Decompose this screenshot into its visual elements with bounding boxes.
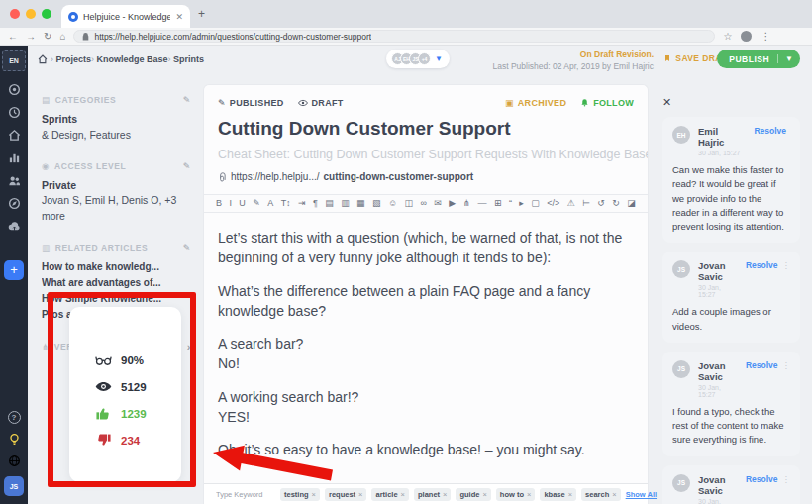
select-button[interactable]: ▸ [519, 199, 524, 208]
clear-format-button[interactable]: ◪ [627, 199, 636, 208]
structure-button[interactable]: ⋔ [463, 199, 471, 208]
ordered-list-button[interactable]: ▦ [356, 199, 365, 208]
article-paragraph[interactable]: What’s the difference between a plain FA… [218, 281, 632, 322]
text-color-button[interactable]: A [267, 199, 273, 208]
indent-button[interactable]: ⇥ [298, 199, 306, 208]
article-title[interactable]: Cutting Down Customer Support [204, 108, 648, 140]
archived-button[interactable]: ▣ ARCHIVED [505, 98, 566, 108]
follow-button[interactable]: FOLLOW [580, 98, 634, 108]
edit-access-icon[interactable]: ✎ [183, 161, 191, 171]
category-primary[interactable]: Sprints [42, 112, 191, 128]
warning-button[interactable]: ⚠ [567, 199, 575, 208]
link-button[interactable]: ∞ [420, 199, 426, 208]
article-permalink[interactable]: https://help.helpju.../cutting-down-cust… [204, 161, 648, 194]
forward-icon[interactable]: → [26, 32, 36, 42]
draft-toggle[interactable]: DRAFT [298, 98, 344, 108]
publish-button[interactable]: PUBLISH ▼ [717, 50, 800, 68]
italic-button[interactable]: I [229, 199, 232, 208]
close-tab-icon[interactable]: ✕ [175, 12, 183, 22]
cloud-upload-icon[interactable] [8, 220, 21, 233]
browser-profile-avatar[interactable] [741, 31, 752, 42]
emoji-button[interactable]: ☺ [388, 199, 397, 208]
user-avatar-badge[interactable]: JS [4, 476, 24, 496]
close-window-button[interactable] [10, 9, 20, 19]
published-toggle[interactable]: ✎ PUBLISHED [218, 98, 284, 108]
record-icon[interactable] [8, 83, 21, 96]
help-icon[interactable]: ? [8, 411, 21, 424]
remove-tag-icon[interactable]: × [482, 490, 486, 499]
users-icon[interactable] [8, 174, 21, 187]
tag-chip[interactable]: request× [325, 488, 366, 501]
lightbulb-icon[interactable] [8, 433, 21, 446]
resolve-link[interactable]: Resolve [746, 360, 778, 370]
edit-related-icon[interactable]: ✎ [183, 243, 191, 252]
remove-tag-icon[interactable]: × [312, 490, 316, 499]
align-left-button[interactable]: ▤ [325, 199, 334, 208]
related-article-link[interactable]: What are advantages of... [42, 275, 191, 291]
bullet-list-button[interactable]: ▧ [372, 199, 381, 208]
comment-menu-icon[interactable]: ⋮ [782, 260, 791, 270]
article-body[interactable]: Let’s start this with a question (which,… [204, 213, 648, 460]
tag-chip[interactable]: how to× [496, 488, 536, 501]
attachment-button[interactable]: ✉ [434, 199, 442, 208]
folder-button[interactable]: ▢ [531, 199, 540, 208]
redo-button[interactable]: ↻ [612, 199, 620, 208]
remove-tag-icon[interactable]: × [401, 490, 405, 499]
edit-categories-icon[interactable]: ✎ [183, 95, 191, 105]
article-paragraph[interactable]: A working search bar!? YES! [218, 387, 632, 428]
collaborator-avatar[interactable]: +4 [418, 52, 431, 65]
access-level-users[interactable]: Jovan S, Emil H, Denis O, +3 more [42, 193, 191, 225]
maximize-window-button[interactable] [42, 9, 51, 19]
collaborators-pill[interactable]: AJEHJS+4 ▼ [386, 50, 450, 68]
article-subtitle[interactable]: Cheat Sheet: Cutting Down Customer Suppo… [204, 140, 648, 161]
breadcrumb-item[interactable]: › Projects [51, 54, 91, 64]
align-justify-button[interactable]: ▥ [341, 199, 350, 208]
hr-button[interactable]: — [478, 199, 487, 208]
browser-menu-icon[interactable]: ⋮ [761, 31, 770, 42]
publish-dropdown-icon[interactable]: ▼ [777, 54, 800, 63]
category-secondary[interactable]: & Design, Features [42, 128, 191, 144]
access-level-value[interactable]: Private [42, 178, 191, 194]
underline-button[interactable]: U [239, 199, 246, 208]
paragraph-button[interactable]: ¶ [313, 199, 318, 208]
remove-tag-icon[interactable]: × [358, 490, 362, 499]
code-button[interactable]: </> [547, 199, 559, 208]
resolve-link[interactable]: Resolve [746, 474, 778, 484]
remove-tag-icon[interactable]: × [527, 490, 531, 499]
comment-card[interactable]: JS Jovan Savic 30 Jan, 15:27 Resolve ⋮ A… [662, 252, 800, 343]
refresh-icon[interactable]: ↻ [44, 32, 51, 42]
breadcrumb-item[interactable]: › Sprints [168, 54, 205, 64]
article-paragraph[interactable]: Let’s start this with a question (which,… [218, 228, 632, 268]
globe-icon[interactable] [8, 454, 21, 467]
article-paragraph[interactable]: A search bar? No! [218, 334, 632, 374]
undo-button[interactable]: ↺ [597, 199, 605, 208]
video-button[interactable]: ▶ [449, 199, 456, 208]
comment-menu-icon[interactable]: ⋮ [782, 474, 791, 484]
bookmark-star-icon[interactable]: ☆ [723, 31, 732, 42]
quote-button[interactable]: “ [509, 199, 512, 208]
article-paragraph[interactable]: Oh, it’s so easy to have a knowledge bas… [218, 440, 632, 459]
new-tab-button[interactable]: + [198, 7, 205, 21]
comment-card[interactable]: JS Jovan Savic 30 Jan, 15:27 Resolve ⋮ B… [662, 465, 800, 504]
resolve-link[interactable]: Resolve [754, 126, 786, 136]
create-new-button[interactable]: + [4, 260, 24, 280]
comment-card[interactable]: EH Emil Hajric 30 Jan, 15:27 Resolve Can… [662, 117, 800, 243]
home-icon[interactable]: ⌂ [59, 32, 65, 42]
explore-icon[interactable] [8, 197, 21, 210]
breadcrumb-item[interactable]: › Knowledge Base [91, 54, 168, 64]
tag-chip[interactable]: search× [581, 488, 621, 501]
related-article-link[interactable]: How Simple Knowledne... [42, 291, 191, 307]
home-breadcrumb-icon[interactable] [38, 54, 48, 64]
highlight-button[interactable]: ✎ [253, 199, 260, 208]
analytics-icon[interactable] [8, 151, 21, 164]
close-comments-icon[interactable]: ✕ [662, 96, 671, 109]
browser-tab[interactable]: Helpjuice - Knowledge Base S... ✕ [61, 5, 190, 28]
comment-menu-icon[interactable]: ⋮ [782, 360, 791, 370]
table-button[interactable]: ⊞ [494, 199, 502, 208]
resolve-link[interactable]: Resolve [746, 260, 778, 270]
remove-tag-icon[interactable]: × [568, 490, 572, 499]
font-size-button[interactable]: T↕ [281, 199, 291, 208]
language-badge[interactable]: EN [2, 50, 26, 71]
tag-chip[interactable]: kbase× [540, 488, 576, 501]
tag-chip[interactable]: article× [371, 488, 409, 501]
